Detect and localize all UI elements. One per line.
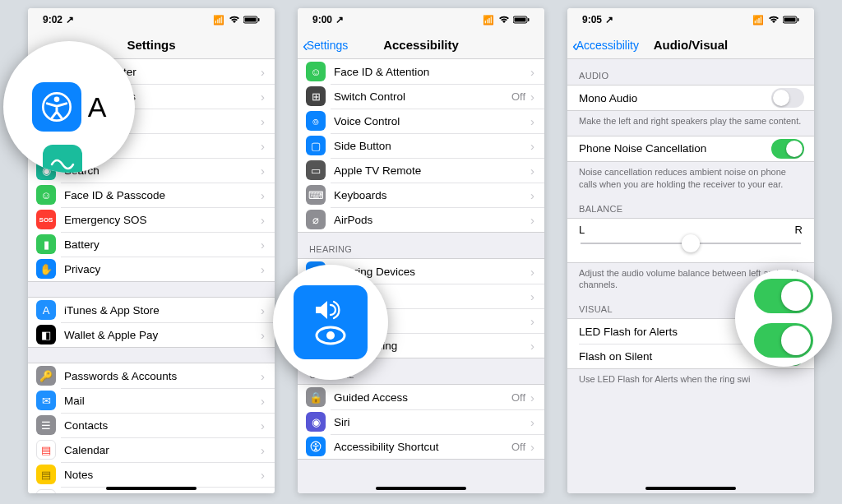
chevron-icon: › [261,139,265,153]
row-appletv[interactable]: ▭ Apple TV Remote › [298,158,544,183]
chevron-icon: › [530,415,534,429]
status-bar: 9:02↗ 📶 [28,8,275,31]
svg-rect-7 [528,18,530,21]
chevron-icon: › [261,188,265,202]
back-button[interactable]: ‹Accessibility [572,37,639,53]
siri-icon: ◉ [306,412,326,432]
chevron-icon: › [530,289,534,303]
chevron-icon: › [530,339,534,353]
signal-icon: 📶 [213,15,225,25]
row-airpods[interactable]: ⌀ AirPods › [298,207,544,232]
row-label: Wallet & Apple Pay [64,329,261,341]
pnc-footer: Noise cancellation reduces ambient noise… [567,162,814,199]
keyboard-icon: ⌨ [306,185,326,205]
nav-bar: ‹Accessibility Audio/Visual [567,31,814,59]
row-passwords[interactable]: 🔑 Passwords & Accounts › [28,363,275,388]
page-title: Audio/Visual [654,38,729,52]
row-switch-control[interactable]: ⊞ Switch Control Off › [298,84,544,109]
mono-audio-toggle[interactable] [771,88,804,108]
voice-icon: ⌾ [306,111,326,131]
row-label: Battery [64,238,261,251]
mail-icon: ✉ [36,391,56,410]
row-siri-acc[interactable]: ◉ Siri › [298,409,544,434]
balance-right-label: R [795,224,803,236]
row-voice-control[interactable]: ⌾ Voice Control › [298,109,544,133]
accessibility-icon [306,437,326,456]
row-side-button[interactable]: ▢ Side Button › [298,133,544,158]
row-battery[interactable]: ▮ Battery › [28,232,275,257]
home-indicator[interactable] [106,487,197,490]
row-acc-shortcut[interactable]: Accessibility Shortcut Off › [298,434,544,459]
chevron-icon: › [261,369,265,383]
row-label: Side Button [334,140,530,152]
row-calendar[interactable]: ▤ Calendar › [28,437,275,462]
hearing-header: HEARING [298,233,544,258]
wifi-icon [229,16,240,24]
row-label: Siri [334,416,530,428]
row-label: AirPods [334,214,530,226]
noise-cancel-toggle[interactable] [771,139,804,159]
row-faceid[interactable]: ☺ Face ID & Passcode › [28,183,275,207]
page-title: Settings [127,38,175,52]
chevron-icon: › [530,265,534,279]
row-label: Privacy [64,263,261,275]
row-label: Mail [64,395,261,407]
row-faceid-attention[interactable]: ☺ Face ID & Attention › [298,59,544,84]
row-mono-audio[interactable]: Mono Audio [567,86,814,110]
chevron-icon: › [261,443,265,457]
chevron-icon: › [261,238,265,252]
audio-header: AUDIO [567,59,814,85]
chevron-icon: › [530,213,534,227]
chevron-icon: › [261,303,265,317]
row-contacts[interactable]: ☰ Contacts › [28,413,275,437]
chevron-icon: › [530,188,534,202]
chevron-icon: › [261,394,265,408]
row-guided-access[interactable]: 🔒 Guided Access Off › [298,385,544,409]
audiovisual-icon-large [294,285,368,359]
row-wallet[interactable]: ◧ Wallet & Apple Pay › [28,322,275,347]
balance-slider-row: L R [567,218,814,263]
wifi-icon [498,16,510,24]
status-time: 9:02 [43,14,62,25]
chevron-icon: › [261,213,265,227]
row-label: Switch Control [334,90,511,103]
row-keyboards[interactable]: ⌨ Keyboards › [298,183,544,207]
home-indicator[interactable] [376,487,466,490]
chevron-icon: › [261,328,265,342]
svg-rect-2 [258,18,260,21]
row-label: Flash on Silent [579,350,771,363]
row-label: Contacts [64,419,261,432]
appletv-icon: ▭ [306,160,326,180]
chevron-icon: › [261,492,265,494]
wallet-icon: ◧ [36,325,56,344]
slider-thumb[interactable] [682,234,700,252]
balance-left-label: L [579,224,585,236]
svg-rect-12 [798,18,799,21]
signal-icon: 📶 [483,15,495,25]
home-indicator[interactable] [645,487,736,490]
row-appstore[interactable]: A iTunes & App Store › [28,298,275,322]
row-label: Reminders [64,493,261,494]
row-noise-cancel[interactable]: Phone Noise Cancellation [567,136,814,161]
row-privacy[interactable]: ✋ Privacy › [28,257,275,281]
chevron-icon: › [530,314,534,328]
row-detail: Off [511,441,525,453]
key-icon: 🔑 [36,366,56,386]
chevron-icon: › [261,468,265,482]
page-title: Accessibility [383,38,459,52]
svg-rect-1 [245,18,257,22]
location-icon: ↗ [335,14,344,25]
battery-icon: ▮ [36,234,56,254]
row-sos[interactable]: SOS Emergency SOS › [28,207,275,232]
row-notes[interactable]: ▤ Notes › [28,462,275,487]
status-time: 9:05 [582,14,602,25]
chevron-icon: › [261,65,265,79]
back-button[interactable]: ‹Settings [303,37,348,53]
balance-slider[interactable] [581,243,801,244]
row-mail[interactable]: ✉ Mail › [28,388,275,413]
chevron-icon: › [261,262,265,276]
battery-icon [513,16,530,24]
chevron-icon: › [261,90,265,104]
zoom-accessibility-icon: A [3,41,135,173]
battery-icon [783,16,799,24]
